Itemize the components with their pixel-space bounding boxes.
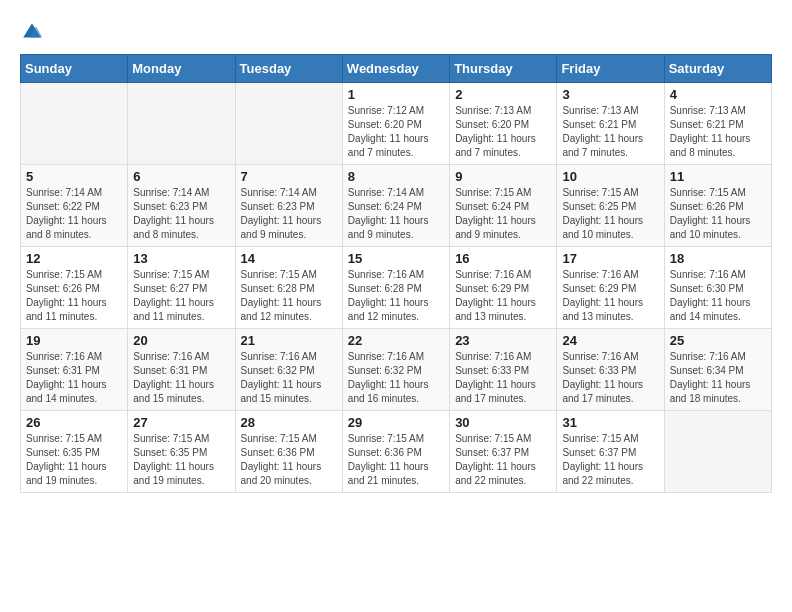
calendar-cell: 5Sunrise: 7:14 AMSunset: 6:22 PMDaylight… — [21, 165, 128, 247]
calendar-cell: 4Sunrise: 7:13 AMSunset: 6:21 PMDaylight… — [664, 83, 771, 165]
day-info: Sunrise: 7:16 AMSunset: 6:29 PMDaylight:… — [455, 268, 551, 324]
day-info: Sunrise: 7:16 AMSunset: 6:33 PMDaylight:… — [562, 350, 658, 406]
calendar-cell: 20Sunrise: 7:16 AMSunset: 6:31 PMDayligh… — [128, 329, 235, 411]
day-number: 3 — [562, 87, 658, 102]
day-number: 7 — [241, 169, 337, 184]
day-number: 18 — [670, 251, 766, 266]
calendar-cell: 21Sunrise: 7:16 AMSunset: 6:32 PMDayligh… — [235, 329, 342, 411]
day-info: Sunrise: 7:16 AMSunset: 6:34 PMDaylight:… — [670, 350, 766, 406]
day-info: Sunrise: 7:15 AMSunset: 6:37 PMDaylight:… — [455, 432, 551, 488]
calendar-cell — [128, 83, 235, 165]
calendar-cell: 25Sunrise: 7:16 AMSunset: 6:34 PMDayligh… — [664, 329, 771, 411]
day-number: 1 — [348, 87, 444, 102]
day-number: 31 — [562, 415, 658, 430]
day-number: 2 — [455, 87, 551, 102]
calendar-cell — [235, 83, 342, 165]
weekday-header: Saturday — [664, 55, 771, 83]
day-number: 24 — [562, 333, 658, 348]
day-info: Sunrise: 7:16 AMSunset: 6:33 PMDaylight:… — [455, 350, 551, 406]
calendar-cell: 26Sunrise: 7:15 AMSunset: 6:35 PMDayligh… — [21, 411, 128, 493]
calendar-cell: 28Sunrise: 7:15 AMSunset: 6:36 PMDayligh… — [235, 411, 342, 493]
day-info: Sunrise: 7:13 AMSunset: 6:21 PMDaylight:… — [562, 104, 658, 160]
weekday-header: Friday — [557, 55, 664, 83]
calendar-cell: 14Sunrise: 7:15 AMSunset: 6:28 PMDayligh… — [235, 247, 342, 329]
day-info: Sunrise: 7:15 AMSunset: 6:35 PMDaylight:… — [133, 432, 229, 488]
day-info: Sunrise: 7:15 AMSunset: 6:24 PMDaylight:… — [455, 186, 551, 242]
day-number: 19 — [26, 333, 122, 348]
calendar-cell: 24Sunrise: 7:16 AMSunset: 6:33 PMDayligh… — [557, 329, 664, 411]
calendar-cell: 23Sunrise: 7:16 AMSunset: 6:33 PMDayligh… — [450, 329, 557, 411]
day-number: 20 — [133, 333, 229, 348]
calendar-cell — [664, 411, 771, 493]
calendar-cell — [21, 83, 128, 165]
day-number: 22 — [348, 333, 444, 348]
day-number: 17 — [562, 251, 658, 266]
day-info: Sunrise: 7:14 AMSunset: 6:24 PMDaylight:… — [348, 186, 444, 242]
day-info: Sunrise: 7:15 AMSunset: 6:25 PMDaylight:… — [562, 186, 658, 242]
calendar-cell: 12Sunrise: 7:15 AMSunset: 6:26 PMDayligh… — [21, 247, 128, 329]
calendar-cell: 22Sunrise: 7:16 AMSunset: 6:32 PMDayligh… — [342, 329, 449, 411]
calendar-cell: 13Sunrise: 7:15 AMSunset: 6:27 PMDayligh… — [128, 247, 235, 329]
calendar-cell: 1Sunrise: 7:12 AMSunset: 6:20 PMDaylight… — [342, 83, 449, 165]
day-number: 6 — [133, 169, 229, 184]
calendar-cell: 2Sunrise: 7:13 AMSunset: 6:20 PMDaylight… — [450, 83, 557, 165]
day-info: Sunrise: 7:16 AMSunset: 6:28 PMDaylight:… — [348, 268, 444, 324]
day-number: 13 — [133, 251, 229, 266]
calendar-cell: 18Sunrise: 7:16 AMSunset: 6:30 PMDayligh… — [664, 247, 771, 329]
weekday-header: Wednesday — [342, 55, 449, 83]
calendar-cell: 17Sunrise: 7:16 AMSunset: 6:29 PMDayligh… — [557, 247, 664, 329]
day-number: 5 — [26, 169, 122, 184]
calendar-cell: 15Sunrise: 7:16 AMSunset: 6:28 PMDayligh… — [342, 247, 449, 329]
calendar-cell: 11Sunrise: 7:15 AMSunset: 6:26 PMDayligh… — [664, 165, 771, 247]
day-number: 14 — [241, 251, 337, 266]
day-info: Sunrise: 7:15 AMSunset: 6:36 PMDaylight:… — [348, 432, 444, 488]
day-info: Sunrise: 7:14 AMSunset: 6:23 PMDaylight:… — [241, 186, 337, 242]
day-info: Sunrise: 7:15 AMSunset: 6:36 PMDaylight:… — [241, 432, 337, 488]
day-info: Sunrise: 7:12 AMSunset: 6:20 PMDaylight:… — [348, 104, 444, 160]
calendar-cell: 16Sunrise: 7:16 AMSunset: 6:29 PMDayligh… — [450, 247, 557, 329]
day-number: 16 — [455, 251, 551, 266]
day-number: 23 — [455, 333, 551, 348]
day-info: Sunrise: 7:16 AMSunset: 6:29 PMDaylight:… — [562, 268, 658, 324]
calendar-cell: 19Sunrise: 7:16 AMSunset: 6:31 PMDayligh… — [21, 329, 128, 411]
day-info: Sunrise: 7:13 AMSunset: 6:21 PMDaylight:… — [670, 104, 766, 160]
day-info: Sunrise: 7:14 AMSunset: 6:23 PMDaylight:… — [133, 186, 229, 242]
day-number: 26 — [26, 415, 122, 430]
weekday-header: Sunday — [21, 55, 128, 83]
day-info: Sunrise: 7:16 AMSunset: 6:31 PMDaylight:… — [26, 350, 122, 406]
day-info: Sunrise: 7:15 AMSunset: 6:26 PMDaylight:… — [26, 268, 122, 324]
calendar-cell: 9Sunrise: 7:15 AMSunset: 6:24 PMDaylight… — [450, 165, 557, 247]
day-info: Sunrise: 7:16 AMSunset: 6:32 PMDaylight:… — [241, 350, 337, 406]
day-info: Sunrise: 7:15 AMSunset: 6:28 PMDaylight:… — [241, 268, 337, 324]
day-number: 15 — [348, 251, 444, 266]
page-header — [20, 20, 772, 44]
day-number: 4 — [670, 87, 766, 102]
day-info: Sunrise: 7:16 AMSunset: 6:30 PMDaylight:… — [670, 268, 766, 324]
weekday-header: Tuesday — [235, 55, 342, 83]
day-info: Sunrise: 7:15 AMSunset: 6:35 PMDaylight:… — [26, 432, 122, 488]
calendar-cell: 30Sunrise: 7:15 AMSunset: 6:37 PMDayligh… — [450, 411, 557, 493]
calendar-table: SundayMondayTuesdayWednesdayThursdayFrid… — [20, 54, 772, 493]
day-number: 9 — [455, 169, 551, 184]
day-number: 12 — [26, 251, 122, 266]
day-number: 29 — [348, 415, 444, 430]
calendar-cell: 7Sunrise: 7:14 AMSunset: 6:23 PMDaylight… — [235, 165, 342, 247]
calendar-cell: 10Sunrise: 7:15 AMSunset: 6:25 PMDayligh… — [557, 165, 664, 247]
day-info: Sunrise: 7:15 AMSunset: 6:26 PMDaylight:… — [670, 186, 766, 242]
day-info: Sunrise: 7:15 AMSunset: 6:27 PMDaylight:… — [133, 268, 229, 324]
day-number: 27 — [133, 415, 229, 430]
calendar-cell: 31Sunrise: 7:15 AMSunset: 6:37 PMDayligh… — [557, 411, 664, 493]
day-number: 8 — [348, 169, 444, 184]
day-info: Sunrise: 7:16 AMSunset: 6:31 PMDaylight:… — [133, 350, 229, 406]
weekday-header: Thursday — [450, 55, 557, 83]
day-number: 28 — [241, 415, 337, 430]
day-info: Sunrise: 7:15 AMSunset: 6:37 PMDaylight:… — [562, 432, 658, 488]
day-number: 25 — [670, 333, 766, 348]
day-number: 30 — [455, 415, 551, 430]
day-info: Sunrise: 7:13 AMSunset: 6:20 PMDaylight:… — [455, 104, 551, 160]
calendar-cell: 8Sunrise: 7:14 AMSunset: 6:24 PMDaylight… — [342, 165, 449, 247]
calendar-cell: 29Sunrise: 7:15 AMSunset: 6:36 PMDayligh… — [342, 411, 449, 493]
logo — [20, 20, 48, 44]
calendar-cell: 6Sunrise: 7:14 AMSunset: 6:23 PMDaylight… — [128, 165, 235, 247]
day-info: Sunrise: 7:16 AMSunset: 6:32 PMDaylight:… — [348, 350, 444, 406]
